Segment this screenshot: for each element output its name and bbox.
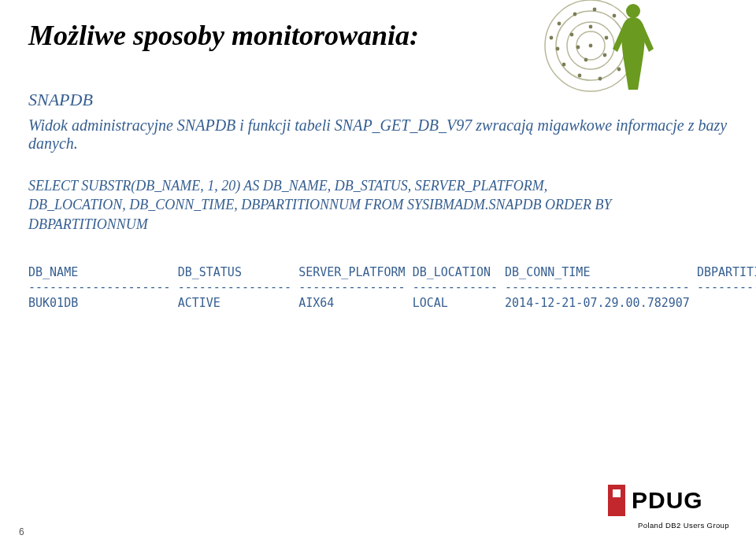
pdug-subtitle: Poland DB2 Users Group	[608, 521, 729, 530]
svg-point-14	[562, 63, 566, 67]
pdug-logo-icon: PDUG	[608, 485, 729, 519]
svg-point-15	[556, 47, 560, 51]
pdug-logo: PDUG Poland DB2 Users Group	[608, 485, 729, 530]
svg-point-16	[570, 33, 574, 37]
snapdb-description: Widok administracyjne SNAPDB i funkcji t…	[28, 116, 728, 153]
svg-point-4	[550, 36, 554, 40]
svg-point-19	[603, 54, 607, 57]
svg-point-12	[598, 77, 602, 81]
pdug-text: PDUG	[632, 487, 703, 513]
svg-point-11	[617, 68, 621, 72]
query-result: DB_NAME DB_STATUS SERVER_PLATFORM DB_LOC…	[28, 265, 728, 312]
svg-point-23	[626, 4, 640, 18]
svg-rect-25	[613, 489, 621, 497]
page-number: 6	[19, 526, 24, 537]
svg-point-18	[605, 36, 609, 40]
slide: Możliwe sposoby monitorowania:	[0, 0, 756, 550]
svg-point-21	[576, 46, 580, 50]
sql-query: SELECT SUBSTR(DB_NAME, 1, 20) AS DB_NAME…	[28, 176, 728, 234]
svg-point-8	[613, 14, 617, 18]
svg-point-5	[558, 22, 561, 26]
svg-point-22	[589, 44, 593, 48]
svg-point-7	[593, 8, 597, 12]
crowd-logo-icon	[520, 0, 662, 107]
svg-point-6	[573, 13, 577, 17]
svg-point-13	[578, 74, 582, 78]
svg-point-17	[589, 25, 593, 29]
svg-point-20	[584, 58, 588, 62]
